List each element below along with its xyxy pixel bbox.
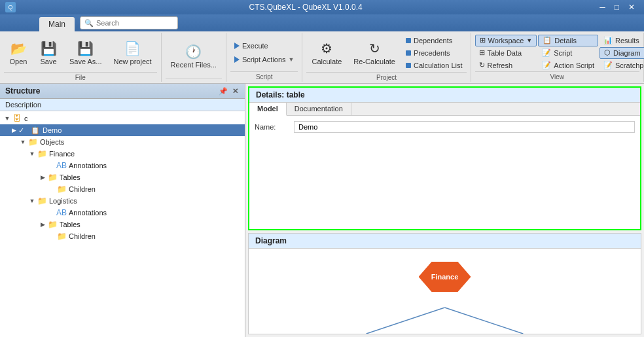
label-objects: Objects bbox=[40, 138, 64, 146]
tree-header: Description bbox=[0, 99, 245, 111]
workspace-button[interactable]: ⊞ Workspace ▼ bbox=[475, 35, 537, 46]
pin-button[interactable]: 📌 bbox=[219, 86, 228, 96]
structure-panel-header: Structure 📌 ✕ bbox=[0, 84, 245, 99]
execute-button[interactable]: Execute bbox=[230, 40, 298, 52]
icon-logistics: 📁 bbox=[37, 196, 47, 206]
script-actions-button[interactable]: Script Actions ▼ bbox=[230, 54, 298, 65]
maximize-btn[interactable]: □ bbox=[611, 3, 623, 12]
toggle-tables-log[interactable]: ▶ bbox=[38, 220, 47, 229]
label-demo: Demo bbox=[43, 126, 62, 134]
precedents-label: Precedents bbox=[414, 49, 450, 57]
search-box: 🔍 bbox=[80, 16, 178, 29]
recalculate-label: Re-Calculate bbox=[353, 58, 395, 65]
tree-item-finance[interactable]: ▼ 📁 Finance bbox=[0, 148, 245, 160]
toggle-finance[interactable]: ▼ bbox=[27, 149, 37, 158]
tab-main[interactable]: Main bbox=[39, 17, 75, 31]
toggle-demo[interactable]: ▶ bbox=[9, 126, 18, 135]
refresh-button[interactable]: ↻ Refresh bbox=[475, 60, 537, 71]
diagram-icon: ⬡ bbox=[604, 48, 611, 57]
script-view-button[interactable]: 📝 Script bbox=[538, 47, 598, 59]
workspace-dropdown-icon: ▼ bbox=[526, 37, 532, 44]
script-group-label: Script bbox=[230, 71, 298, 80]
tab-documentation[interactable]: Documentation bbox=[287, 103, 351, 115]
minimize-btn[interactable]: ─ bbox=[596, 3, 609, 12]
tree-item-children-log[interactable]: ▶ 📁 Children bbox=[0, 230, 245, 242]
project-group-label: Project bbox=[306, 72, 466, 81]
icon-children-log: 📁 bbox=[56, 231, 67, 241]
main-content: Structure 📌 ✕ Description ▼ 🗄 c ▶ ✓ 📋 De… bbox=[0, 84, 644, 337]
details-button[interactable]: 📋 Details bbox=[538, 35, 598, 46]
calculation-list-button[interactable]: Calculation List bbox=[402, 60, 467, 71]
dependents-button[interactable]: Dependents bbox=[402, 35, 467, 46]
calculate-button[interactable]: ⚙ Calculate bbox=[306, 34, 347, 72]
toggle-tables-fin[interactable]: ▶ bbox=[38, 173, 47, 182]
view-col-3: 📊 Results ⬡ Diagram 📝 Scratchpad bbox=[599, 35, 644, 71]
workspace-label: Workspace bbox=[488, 37, 524, 44]
ribbon-group-script: Execute Script Actions ▼ Script bbox=[226, 33, 303, 82]
tree-item-c[interactable]: ▼ 🗄 c bbox=[0, 113, 245, 124]
label-annotations-fin: Annotations bbox=[69, 162, 107, 169]
calculate-icon: ⚙ bbox=[321, 41, 332, 56]
ribbon-group-view: ⊞ Workspace ▼ ⊞ Table Data ↻ Refresh 📋 D… bbox=[471, 33, 644, 82]
icon-objects: 📁 bbox=[27, 137, 38, 147]
toggle-objects[interactable]: ▼ bbox=[18, 137, 27, 147]
script-actions-icon bbox=[234, 56, 240, 63]
app-icon: Q bbox=[5, 2, 16, 12]
recent-files-button[interactable]: 🕐 Recent Files... bbox=[166, 37, 222, 75]
precedents-button[interactable]: Precedents bbox=[402, 47, 467, 59]
label-children-fin: Children bbox=[69, 185, 96, 193]
name-input[interactable] bbox=[294, 121, 635, 133]
view-buttons: ⊞ Workspace ▼ ⊞ Table Data ↻ Refresh 📋 D… bbox=[475, 34, 639, 71]
label-logistics: Logistics bbox=[49, 197, 77, 205]
finance-shape-label: Finance bbox=[431, 273, 459, 281]
scratchpad-button[interactable]: 📝 Scratchpad bbox=[599, 60, 644, 71]
toggle-c[interactable]: ▼ bbox=[3, 114, 12, 123]
save-as-button[interactable]: 💾 Save As... bbox=[64, 34, 107, 72]
calc-list-icon bbox=[406, 63, 411, 68]
scratchpad-label: Scratchpad bbox=[615, 62, 644, 69]
panel-header-actions: 📌 ✕ bbox=[219, 86, 240, 96]
save-button[interactable]: 💾 Save bbox=[34, 34, 63, 72]
dependents-label: Dependents bbox=[414, 37, 452, 44]
close-panel-btn[interactable]: ✕ bbox=[230, 86, 240, 96]
tab-model[interactable]: Model bbox=[249, 103, 287, 116]
recalculate-button[interactable]: ↻ Re-Calculate bbox=[348, 34, 401, 72]
details-section: Details: table Model Documentation Name: bbox=[248, 86, 641, 230]
action-script-label: Action Script bbox=[554, 62, 594, 69]
icon-c: 🗄 bbox=[12, 113, 22, 124]
tree-item-tables-log[interactable]: ▶ 📁 Tables bbox=[0, 219, 245, 230]
recent-buttons: 🕐 Recent Files... bbox=[166, 34, 222, 79]
toggle-logistics[interactable]: ▼ bbox=[27, 196, 37, 205]
tree-item-objects[interactable]: ▼ 📁 Objects bbox=[0, 136, 245, 148]
title-bar-left: Q bbox=[5, 2, 16, 12]
open-button[interactable]: 📂 Open bbox=[4, 34, 33, 72]
new-project-button[interactable]: 📄 New project bbox=[109, 34, 157, 72]
label-annotations-log: Annotations bbox=[69, 209, 107, 217]
tree-item-annotations-fin[interactable]: ▶ AB Annotations bbox=[0, 160, 245, 171]
open-label: Open bbox=[10, 58, 27, 65]
ribbon-group-project: ⚙ Calculate ↻ Re-Calculate Dependents Pr… bbox=[302, 33, 471, 82]
tree-item-tables-fin[interactable]: ▶ 📁 Tables bbox=[0, 171, 245, 183]
new-project-label: New project bbox=[114, 58, 152, 65]
recent-icon: 🕐 bbox=[185, 44, 202, 60]
close-btn[interactable]: ✕ bbox=[624, 3, 639, 12]
diagram-label: Diagram bbox=[613, 49, 641, 57]
search-icon: 🔍 bbox=[84, 19, 94, 27]
tree-item-children-fin[interactable]: ▶ 📁 Children bbox=[0, 183, 245, 195]
execute-icon bbox=[234, 43, 240, 49]
label-tables-fin: Tables bbox=[60, 173, 80, 181]
action-script-button[interactable]: 📝 Action Script bbox=[538, 60, 598, 71]
search-input[interactable] bbox=[96, 19, 173, 27]
details-header: Details: table bbox=[249, 88, 640, 103]
results-button[interactable]: 📊 Results bbox=[599, 35, 644, 46]
tree-item-demo[interactable]: ▶ ✓ 📋 Demo bbox=[0, 124, 245, 136]
tree-item-annotations-log[interactable]: ▶ AB Annotations bbox=[0, 207, 245, 219]
diagram-header: Diagram bbox=[249, 234, 641, 249]
icon-annotations-fin: AB bbox=[56, 160, 67, 171]
tree-body: ▼ 🗄 c ▶ ✓ 📋 Demo ▼ 📁 Objects ▼ 📁 F bbox=[0, 111, 245, 337]
ribbon: 📂 Open 💾 Save 💾 Save As... 📄 New project… bbox=[0, 31, 644, 84]
table-data-button[interactable]: ⊞ Table Data bbox=[475, 47, 537, 59]
tree-item-logistics[interactable]: ▼ 📁 Logistics bbox=[0, 195, 245, 207]
diagram-button[interactable]: ⬡ Diagram bbox=[599, 47, 644, 59]
ribbon-group-file: 📂 Open 💾 Save 💾 Save As... 📄 New project… bbox=[0, 33, 162, 82]
